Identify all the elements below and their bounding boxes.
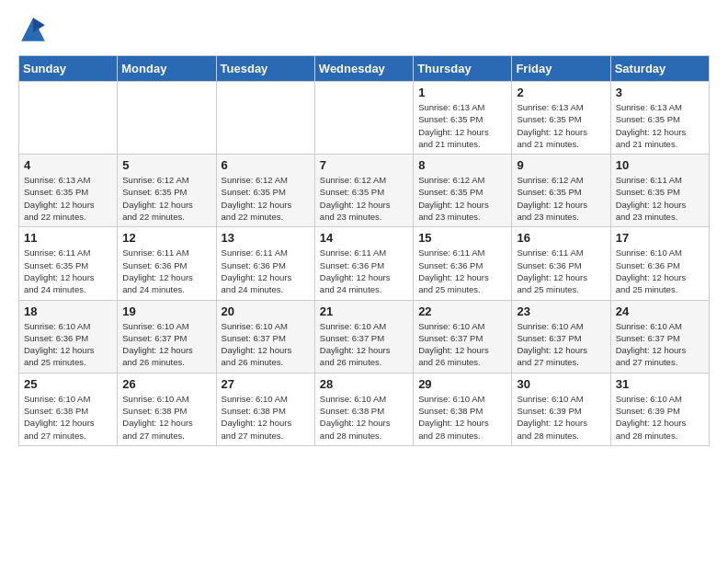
day-info: Sunrise: 6:10 AM Sunset: 6:37 PM Dayligh… bbox=[517, 320, 605, 369]
day-info: Sunrise: 6:12 AM Sunset: 6:35 PM Dayligh… bbox=[320, 174, 408, 223]
day-number: 18 bbox=[24, 304, 112, 318]
week-row-2: 4Sunrise: 6:13 AM Sunset: 6:35 PM Daylig… bbox=[19, 155, 710, 227]
day-number: 13 bbox=[222, 231, 310, 245]
day-info: Sunrise: 6:11 AM Sunset: 6:35 PM Dayligh… bbox=[616, 174, 704, 223]
calendar-cell: 8Sunrise: 6:12 AM Sunset: 6:35 PM Daylig… bbox=[414, 155, 512, 227]
day-info: Sunrise: 6:10 AM Sunset: 6:38 PM Dayligh… bbox=[24, 393, 112, 442]
day-info: Sunrise: 6:12 AM Sunset: 6:35 PM Dayligh… bbox=[222, 174, 310, 223]
day-info: Sunrise: 6:13 AM Sunset: 6:35 PM Dayligh… bbox=[616, 101, 704, 150]
logo-icon bbox=[18, 15, 48, 44]
calendar-cell: 10Sunrise: 6:11 AM Sunset: 6:35 PM Dayli… bbox=[610, 155, 709, 227]
day-number: 16 bbox=[517, 231, 605, 245]
day-number: 10 bbox=[616, 158, 704, 172]
calendar-cell: 31Sunrise: 6:10 AM Sunset: 6:39 PM Dayli… bbox=[610, 373, 709, 445]
day-number: 8 bbox=[418, 158, 506, 172]
day-info: Sunrise: 6:10 AM Sunset: 6:38 PM Dayligh… bbox=[320, 393, 408, 442]
day-number: 23 bbox=[517, 304, 605, 318]
day-number: 2 bbox=[517, 86, 605, 99]
weekday-saturday: Saturday bbox=[610, 56, 709, 82]
day-info: Sunrise: 6:10 AM Sunset: 6:36 PM Dayligh… bbox=[24, 320, 112, 369]
calendar-cell: 22Sunrise: 6:10 AM Sunset: 6:37 PM Dayli… bbox=[414, 300, 512, 373]
day-number: 28 bbox=[320, 377, 408, 391]
day-info: Sunrise: 6:10 AM Sunset: 6:38 PM Dayligh… bbox=[122, 393, 210, 442]
calendar-cell: 16Sunrise: 6:11 AM Sunset: 6:36 PM Dayli… bbox=[512, 227, 610, 300]
day-info: Sunrise: 6:12 AM Sunset: 6:35 PM Dayligh… bbox=[122, 174, 210, 223]
day-info: Sunrise: 6:11 AM Sunset: 6:36 PM Dayligh… bbox=[222, 247, 310, 295]
calendar-cell: 2Sunrise: 6:13 AM Sunset: 6:35 PM Daylig… bbox=[512, 82, 610, 155]
day-number: 27 bbox=[222, 377, 310, 391]
day-number: 31 bbox=[616, 377, 704, 391]
calendar-cell: 13Sunrise: 6:11 AM Sunset: 6:36 PM Dayli… bbox=[216, 227, 314, 300]
day-info: Sunrise: 6:11 AM Sunset: 6:36 PM Dayligh… bbox=[418, 247, 506, 295]
calendar-cell: 3Sunrise: 6:13 AM Sunset: 6:35 PM Daylig… bbox=[610, 82, 709, 155]
calendar-cell: 29Sunrise: 6:10 AM Sunset: 6:38 PM Dayli… bbox=[414, 373, 512, 445]
calendar-cell bbox=[118, 82, 216, 155]
calendar-cell: 26Sunrise: 6:10 AM Sunset: 6:38 PM Dayli… bbox=[118, 373, 216, 445]
day-info: Sunrise: 6:10 AM Sunset: 6:38 PM Dayligh… bbox=[222, 393, 310, 442]
calendar-cell: 23Sunrise: 6:10 AM Sunset: 6:37 PM Dayli… bbox=[512, 300, 610, 373]
calendar-cell: 20Sunrise: 6:10 AM Sunset: 6:37 PM Dayli… bbox=[216, 300, 314, 373]
day-info: Sunrise: 6:12 AM Sunset: 6:35 PM Dayligh… bbox=[418, 174, 506, 223]
day-number: 20 bbox=[222, 304, 310, 318]
day-number: 15 bbox=[418, 231, 506, 245]
day-number: 11 bbox=[24, 231, 112, 245]
calendar-cell: 19Sunrise: 6:10 AM Sunset: 6:37 PM Dayli… bbox=[118, 300, 216, 373]
day-info: Sunrise: 6:10 AM Sunset: 6:37 PM Dayligh… bbox=[616, 320, 704, 369]
calendar-cell: 9Sunrise: 6:12 AM Sunset: 6:35 PM Daylig… bbox=[512, 155, 610, 227]
calendar-cell: 27Sunrise: 6:10 AM Sunset: 6:38 PM Dayli… bbox=[216, 373, 314, 445]
day-number: 29 bbox=[418, 377, 506, 391]
day-number: 26 bbox=[122, 377, 210, 391]
day-info: Sunrise: 6:10 AM Sunset: 6:38 PM Dayligh… bbox=[418, 393, 506, 442]
weekday-monday: Monday bbox=[118, 56, 216, 82]
day-number: 21 bbox=[320, 304, 408, 318]
day-info: Sunrise: 6:11 AM Sunset: 6:36 PM Dayligh… bbox=[122, 247, 210, 295]
day-number: 24 bbox=[616, 304, 704, 318]
week-row-3: 11Sunrise: 6:11 AM Sunset: 6:35 PM Dayli… bbox=[19, 227, 710, 300]
calendar-cell: 4Sunrise: 6:13 AM Sunset: 6:35 PM Daylig… bbox=[19, 155, 118, 227]
weekday-thursday: Thursday bbox=[414, 56, 512, 82]
weekday-header-row: SundayMondayTuesdayWednesdayThursdayFrid… bbox=[19, 56, 710, 82]
day-info: Sunrise: 6:13 AM Sunset: 6:35 PM Dayligh… bbox=[418, 101, 506, 150]
weekday-friday: Friday bbox=[512, 56, 610, 82]
day-info: Sunrise: 6:11 AM Sunset: 6:35 PM Dayligh… bbox=[24, 247, 112, 295]
day-number: 6 bbox=[222, 158, 310, 172]
day-info: Sunrise: 6:12 AM Sunset: 6:35 PM Dayligh… bbox=[517, 174, 605, 223]
day-info: Sunrise: 6:10 AM Sunset: 6:36 PM Dayligh… bbox=[616, 247, 704, 295]
calendar-body: 1Sunrise: 6:13 AM Sunset: 6:35 PM Daylig… bbox=[19, 82, 710, 446]
calendar-cell: 30Sunrise: 6:10 AM Sunset: 6:39 PM Dayli… bbox=[512, 373, 610, 445]
day-info: Sunrise: 6:13 AM Sunset: 6:35 PM Dayligh… bbox=[517, 101, 605, 150]
calendar-table: SundayMondayTuesdayWednesdayThursdayFrid… bbox=[18, 55, 710, 446]
day-info: Sunrise: 6:10 AM Sunset: 6:39 PM Dayligh… bbox=[616, 393, 704, 442]
day-info: Sunrise: 6:10 AM Sunset: 6:39 PM Dayligh… bbox=[517, 393, 605, 442]
day-number: 22 bbox=[418, 304, 506, 318]
calendar-cell bbox=[314, 82, 413, 155]
weekday-wednesday: Wednesday bbox=[314, 56, 413, 82]
day-info: Sunrise: 6:13 AM Sunset: 6:35 PM Dayligh… bbox=[24, 174, 112, 223]
calendar-cell: 11Sunrise: 6:11 AM Sunset: 6:35 PM Dayli… bbox=[19, 227, 118, 300]
calendar-cell: 7Sunrise: 6:12 AM Sunset: 6:35 PM Daylig… bbox=[314, 155, 413, 227]
day-number: 12 bbox=[122, 231, 210, 245]
day-number: 3 bbox=[616, 86, 704, 99]
week-row-5: 25Sunrise: 6:10 AM Sunset: 6:38 PM Dayli… bbox=[19, 373, 710, 445]
day-info: Sunrise: 6:11 AM Sunset: 6:36 PM Dayligh… bbox=[320, 247, 408, 295]
day-number: 1 bbox=[418, 86, 506, 99]
calendar-cell: 5Sunrise: 6:12 AM Sunset: 6:35 PM Daylig… bbox=[118, 155, 216, 227]
calendar-cell: 25Sunrise: 6:10 AM Sunset: 6:38 PM Dayli… bbox=[19, 373, 118, 445]
calendar-cell: 15Sunrise: 6:11 AM Sunset: 6:36 PM Dayli… bbox=[414, 227, 512, 300]
calendar-cell: 17Sunrise: 6:10 AM Sunset: 6:36 PM Dayli… bbox=[610, 227, 709, 300]
day-number: 4 bbox=[24, 158, 112, 172]
day-number: 25 bbox=[24, 377, 112, 391]
day-info: Sunrise: 6:11 AM Sunset: 6:36 PM Dayligh… bbox=[517, 247, 605, 295]
calendar-cell: 28Sunrise: 6:10 AM Sunset: 6:38 PM Dayli… bbox=[314, 373, 413, 445]
calendar-cell: 14Sunrise: 6:11 AM Sunset: 6:36 PM Dayli… bbox=[314, 227, 413, 300]
calendar-cell bbox=[216, 82, 314, 155]
week-row-1: 1Sunrise: 6:13 AM Sunset: 6:35 PM Daylig… bbox=[19, 82, 710, 155]
calendar-cell: 18Sunrise: 6:10 AM Sunset: 6:36 PM Dayli… bbox=[19, 300, 118, 373]
day-number: 30 bbox=[517, 377, 605, 391]
day-number: 5 bbox=[122, 158, 210, 172]
calendar-cell: 1Sunrise: 6:13 AM Sunset: 6:35 PM Daylig… bbox=[414, 82, 512, 155]
calendar-cell: 6Sunrise: 6:12 AM Sunset: 6:35 PM Daylig… bbox=[216, 155, 314, 227]
day-number: 19 bbox=[122, 304, 210, 318]
day-number: 7 bbox=[320, 158, 408, 172]
calendar-cell: 12Sunrise: 6:11 AM Sunset: 6:36 PM Dayli… bbox=[118, 227, 216, 300]
